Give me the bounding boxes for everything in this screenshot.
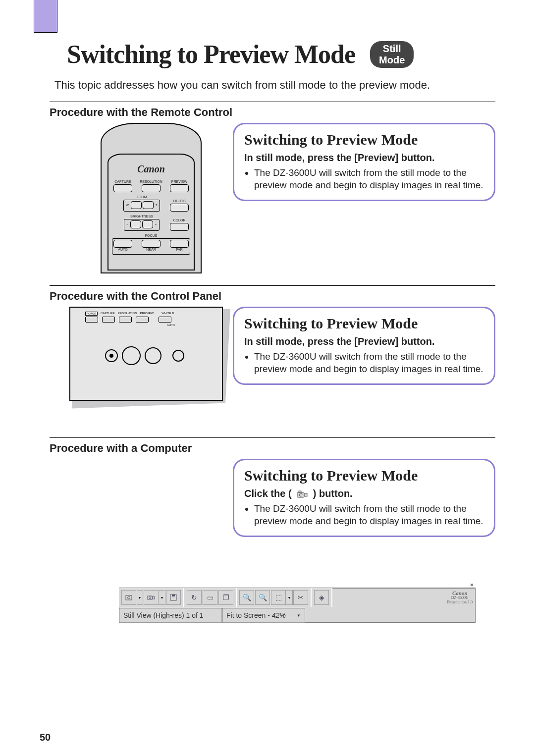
save-icon[interactable] [166,590,181,605]
app-label: Presentation 1.0 [447,600,473,605]
preview-toolbar-icon[interactable] [144,590,159,605]
whiteb-button-panel[interactable] [159,317,171,323]
lights-button[interactable] [170,204,189,212]
label-resolution: RESOLUTION [140,180,162,183]
crop-icon[interactable]: ✂ [293,590,308,605]
label-zoom: ZOOM [113,195,170,199]
callout-sub: In still mode, press the [Preview] butto… [244,152,484,163]
brightness-group: − + [124,219,159,231]
software-brand: Canon DZ-3600U Presentation 1.0 [447,590,473,605]
callout-sub: In still mode, press the [Preview] butto… [244,335,484,347]
mode-pill: Still Mode [370,41,414,68]
preview-button-panel[interactable] [136,317,149,323]
callout-sub-prefix: Click the ( [244,488,294,499]
capture-icon[interactable] [121,590,136,605]
svg-rect-7 [153,596,155,599]
label-brightness: BRIGHTNESS [113,215,170,218]
section-heading-panel: Procedure with the Control Panel [50,290,495,303]
label-panel-auto: AUTO [167,324,222,326]
preview-icon [296,489,308,498]
label-power: POWER [85,312,98,316]
focus-auto-button[interactable] [113,240,132,248]
callout-title: Switching to Preview Mode [244,467,484,485]
zoom-label: Fit to Screen - [226,611,270,619]
callout-computer: Switching to Preview Mode Click the ( ) … [233,459,495,537]
divider [50,285,495,286]
svg-rect-4 [126,595,132,600]
label-far: FAR [176,248,183,251]
zoom-area-icon[interactable]: ⬚ [271,590,286,605]
copy-icon[interactable]: ❐ [218,590,233,605]
capture-button-panel[interactable] [102,317,115,323]
zoom-out-icon[interactable]: 🔍 [255,590,270,605]
label-w: W [126,204,129,207]
chevron-down-icon[interactable]: ▼ [159,590,165,605]
label-preview: PREVIEW [171,180,187,183]
brand-logo: Canon [111,163,191,175]
focus-near-button[interactable] [142,240,160,248]
resolution-button-panel[interactable] [119,317,132,323]
label-focus: FOCUS [113,234,189,237]
page-title: Switching to Preview Mode [67,40,355,69]
color-button[interactable] [170,223,189,231]
callout-sub-suffix: ) button. [313,488,353,499]
mode-pill-line1: Still [379,43,405,54]
preview-button-remote[interactable] [170,184,189,192]
resolution-button[interactable] [142,184,160,192]
rotate-icon[interactable]: ↻ [187,590,202,605]
label-auto: AUTO [118,248,127,251]
corner-accent [34,0,57,33]
label-preview: PREVIEW [140,312,154,315]
focus-group: AUTO NEAR FAR [112,238,190,255]
remote-diagram: Canon CAPTURE RESOLUTION PREVIEW ZOOM W [50,123,223,273]
label-capture: CAPTURE [114,180,131,183]
capture-button[interactable] [113,184,132,192]
page-number: 50 [40,732,51,743]
svg-rect-3 [299,491,301,492]
callout-remote: Switching to Preview Mode In still mode,… [233,123,495,201]
divider [50,102,495,102]
callout-bullet: The DZ-3600U will switch from the still … [254,350,484,376]
intro-text: This topic addresses how you can switch … [54,79,495,92]
label-near: NEAR [146,248,156,251]
callout-sub: Click the ( ) button. [244,487,484,499]
zoom-value: 42% [272,611,286,619]
panel-knob-4[interactable] [172,350,184,362]
chevron-down-icon[interactable]: ▼ [286,590,293,605]
zoom-group: W T [123,200,160,212]
panel-knob-1[interactable] [105,349,118,362]
chevron-down-icon: ▼ [297,613,301,618]
status-view-mode: Still View (High-res) 1 of 1 [119,608,222,623]
panel-knob-2[interactable] [122,346,141,365]
panel-knob-3[interactable] [145,347,161,364]
zoom-w-button[interactable] [131,201,142,209]
zoom-in-icon[interactable]: 🔍 [239,590,254,605]
zoom-t-button[interactable] [143,201,154,209]
layers-icon[interactable]: ◈ [314,590,329,605]
svg-point-5 [128,596,130,599]
callout-bullet: The DZ-3600U will switch from the still … [254,166,484,192]
label-whiteb: WHITE B [161,312,174,315]
brightness-up-button[interactable] [142,220,153,228]
label-minus: − [126,223,128,226]
brightness-down-button[interactable] [130,220,141,228]
remote-body: Canon CAPTURE RESOLUTION PREVIEW ZOOM W [101,123,202,273]
callout-panel: Switching to Preview Mode In still mode,… [233,307,495,385]
section-heading-computer: Procedure with a Computer [50,442,495,455]
label-t: T [156,204,158,207]
label-color: COLOR [173,218,186,222]
status-zoom-select[interactable]: Fit to Screen - 42% ▼ [222,608,305,623]
label-lights: LIGHTS [173,199,185,203]
section-heading-remote: Procedure with the Remote Control [50,106,495,119]
focus-far-button[interactable] [170,240,189,248]
label-plus: + [155,223,157,226]
divider [50,437,495,438]
chevron-down-icon[interactable]: ▼ [137,590,143,605]
power-button-panel[interactable] [85,317,98,323]
callout-bullet: The DZ-3600U will switch from the still … [254,502,484,528]
svg-rect-10 [172,594,175,596]
svg-point-8 [149,597,151,599]
doc-icon[interactable]: ▭ [203,590,217,605]
label-resolution: RESOLUTION [118,312,137,315]
window-controls[interactable]: _ × [463,581,475,589]
